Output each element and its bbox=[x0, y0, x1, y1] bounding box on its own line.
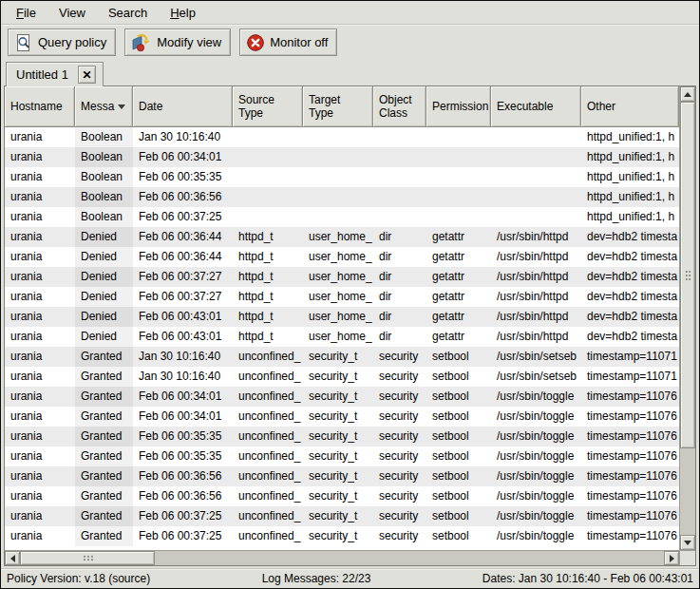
table-cell: /usr/sbin/httpd bbox=[491, 307, 581, 327]
table-row[interactable]: uraniaGrantedFeb 06 00:34:01unconfined_s… bbox=[5, 407, 679, 427]
table-cell: Denied bbox=[75, 307, 133, 327]
table-row[interactable]: uraniaGrantedFeb 06 00:34:01unconfined_s… bbox=[5, 387, 679, 407]
scroll-down-button[interactable] bbox=[680, 535, 695, 550]
toolbar-button-modify-view[interactable]: Modify view bbox=[124, 28, 231, 56]
table-cell: urania bbox=[5, 446, 75, 466]
table-cell: dev=hdb2 timesta bbox=[581, 307, 679, 327]
column-header-label: Object Class bbox=[379, 93, 412, 121]
table-cell: unconfined_ bbox=[233, 486, 303, 506]
table-row[interactable]: uraniaGrantedFeb 06 00:35:35unconfined_s… bbox=[5, 427, 679, 446]
table-row[interactable]: uraniaGrantedJan 30 10:16:40unconfined_s… bbox=[5, 347, 679, 367]
v-scroll-thumb[interactable] bbox=[680, 102, 695, 448]
table-row[interactable]: uraniaDeniedFeb 06 00:36:44httpd_tuser_h… bbox=[5, 227, 679, 247]
table-cell: dir bbox=[373, 267, 426, 287]
column-header-target-type[interactable]: Target Type bbox=[303, 86, 373, 127]
table-cell: Feb 06 00:37:25 bbox=[133, 207, 233, 227]
column-header-permission[interactable]: Permission bbox=[426, 86, 491, 127]
table-cell: Feb 06 00:36:56 bbox=[133, 466, 233, 486]
table-cell: user_home_ bbox=[303, 227, 373, 247]
table-row[interactable]: uraniaGrantedJan 30 10:16:40unconfined_s… bbox=[5, 367, 679, 387]
scroll-left-button[interactable] bbox=[5, 551, 20, 565]
table-cell bbox=[426, 167, 491, 187]
monitor-off-icon bbox=[246, 33, 265, 52]
table-row[interactable]: uraniaGrantedFeb 06 00:36:56unconfined_s… bbox=[5, 486, 679, 506]
table-cell: /usr/sbin/toggle bbox=[491, 506, 581, 526]
table-row[interactable]: uraniaGrantedFeb 06 00:35:35unconfined_s… bbox=[5, 446, 679, 466]
toolbar-button-query-policy[interactable]: Query policy bbox=[8, 28, 116, 56]
log-table: HostnameMessaDateSource TypeTarget TypeO… bbox=[4, 86, 696, 566]
table-cell: timestamp=11071 bbox=[581, 347, 679, 367]
table-cell: security_t bbox=[303, 367, 373, 387]
table-cell: unconfined_ bbox=[233, 466, 303, 486]
table-row[interactable]: uraniaGrantedFeb 06 00:37:25unconfined_s… bbox=[5, 526, 679, 546]
menu-item-search[interactable]: Search bbox=[99, 3, 157, 24]
table-body: uraniaBooleanJan 30 10:16:40httpd_unifie… bbox=[5, 127, 679, 546]
h-scroll-thumb[interactable] bbox=[20, 551, 155, 565]
table-cell bbox=[233, 187, 303, 207]
table-cell: /usr/sbin/toggle bbox=[491, 526, 581, 546]
table-cell: setbool bbox=[426, 486, 491, 506]
table-cell bbox=[426, 207, 491, 227]
table-cell: setbool bbox=[426, 407, 491, 427]
table-cell: getattr bbox=[426, 267, 491, 287]
table-cell: Granted bbox=[75, 367, 133, 387]
table-cell: Boolean bbox=[75, 127, 133, 147]
column-header-date[interactable]: Date bbox=[133, 86, 233, 127]
table-cell: httpd_unified:1, h bbox=[581, 127, 679, 147]
table-row[interactable]: uraniaBooleanFeb 06 00:36:56httpd_unifie… bbox=[5, 187, 679, 207]
table-cell: unconfined_ bbox=[233, 367, 303, 387]
table-cell: Feb 06 00:34:01 bbox=[133, 147, 233, 167]
column-header-messa[interactable]: Messa bbox=[75, 86, 133, 127]
table-cell: Boolean bbox=[75, 147, 133, 167]
column-header-other[interactable]: Other bbox=[581, 86, 679, 127]
table-cell: security_t bbox=[303, 347, 373, 367]
table-cell: unconfined_ bbox=[233, 347, 303, 367]
table-cell: security bbox=[373, 367, 426, 387]
table-row[interactable]: uraniaBooleanFeb 06 00:37:25httpd_unifie… bbox=[5, 207, 679, 227]
table-row[interactable]: uraniaBooleanFeb 06 00:34:01httpd_unifie… bbox=[5, 147, 679, 167]
table-cell: dir bbox=[373, 327, 426, 347]
table-row[interactable]: uraniaDeniedFeb 06 00:37:27httpd_tuser_h… bbox=[5, 287, 679, 307]
table-row[interactable]: uraniaDeniedFeb 06 00:43:01httpd_tuser_h… bbox=[5, 307, 679, 327]
h-scrollbar[interactable] bbox=[5, 550, 679, 565]
table-cell: user_home_ bbox=[303, 287, 373, 307]
table-cell bbox=[373, 167, 426, 187]
tab-close-button[interactable]: ✕ bbox=[78, 66, 96, 84]
column-header-object-class[interactable]: Object Class bbox=[373, 86, 426, 127]
table-row[interactable]: uraniaBooleanJan 30 10:16:40httpd_unifie… bbox=[5, 127, 679, 147]
tab-untitled-1[interactable]: Untitled 1 ✕ bbox=[6, 62, 104, 86]
table-cell: /usr/sbin/toggle bbox=[491, 466, 581, 486]
scroll-right-button[interactable] bbox=[664, 551, 679, 565]
table-row[interactable]: uraniaGrantedFeb 06 00:36:56unconfined_s… bbox=[5, 466, 679, 486]
table-cell bbox=[373, 207, 426, 227]
scroll-down-icon bbox=[684, 541, 691, 545]
column-header-executable[interactable]: Executable bbox=[491, 86, 581, 127]
table-row[interactable]: uraniaDeniedFeb 06 00:37:27httpd_tuser_h… bbox=[5, 267, 679, 287]
table-cell: Feb 06 00:43:01 bbox=[133, 307, 233, 327]
menu-item-view[interactable]: View bbox=[49, 3, 95, 24]
toolbar-button-monitor-off[interactable]: Monitor off bbox=[239, 28, 337, 56]
h-scroll-track[interactable] bbox=[20, 551, 664, 565]
table-cell bbox=[233, 207, 303, 227]
table-cell: setbool bbox=[426, 367, 491, 387]
table-row[interactable]: uraniaDeniedFeb 06 00:36:44httpd_tuser_h… bbox=[5, 247, 679, 267]
table-cell: setbool bbox=[426, 466, 491, 486]
table-cell: timestamp=11076 bbox=[581, 407, 679, 427]
table-cell: Jan 30 10:16:40 bbox=[133, 127, 233, 147]
table-row[interactable]: uraniaGrantedFeb 06 00:37:25unconfined_s… bbox=[5, 506, 679, 526]
table-cell: security_t bbox=[303, 486, 373, 506]
column-header-source-type[interactable]: Source Type bbox=[233, 86, 303, 127]
scroll-up-button[interactable] bbox=[680, 86, 695, 102]
v-scroll-track[interactable] bbox=[680, 102, 695, 535]
table-row[interactable]: uraniaDeniedFeb 06 00:43:01httpd_tuser_h… bbox=[5, 327, 679, 347]
table-cell: urania bbox=[5, 247, 75, 267]
column-header-label: Other bbox=[587, 100, 615, 113]
v-scrollbar[interactable] bbox=[679, 86, 695, 550]
menu-item-help[interactable]: Help bbox=[161, 3, 205, 24]
column-header-hostname[interactable]: Hostname bbox=[5, 86, 75, 127]
table-row[interactable]: uraniaBooleanFeb 06 00:35:35httpd_unifie… bbox=[5, 167, 679, 187]
header-row: HostnameMessaDateSource TypeTarget TypeO… bbox=[5, 86, 679, 127]
table-cell: httpd_t bbox=[233, 307, 303, 327]
table-cell: Feb 06 00:34:01 bbox=[133, 407, 233, 427]
menu-item-file[interactable]: File bbox=[7, 3, 46, 24]
